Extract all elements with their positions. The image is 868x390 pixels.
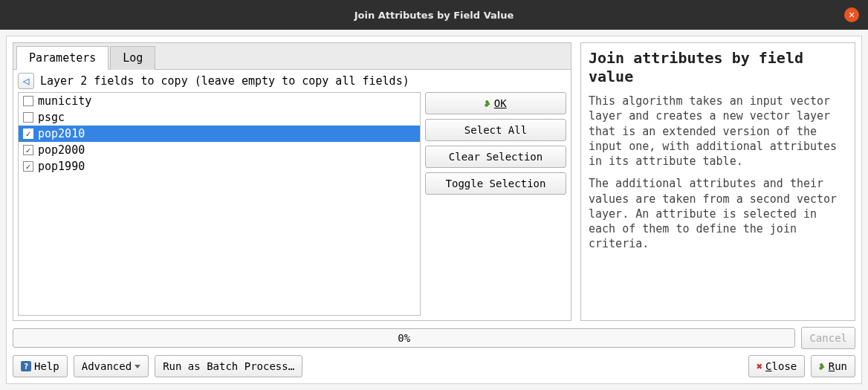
window-title: Join Attributes by Field Value [354,10,514,21]
close-button[interactable]: ✖ Close [748,355,806,377]
help-title: Join attributes by field value [589,49,847,86]
side-buttons: ❥ OK Select All Clear Selection Toggle S… [425,92,566,316]
batch-label: Run as Batch Process… [163,360,294,372]
clear-label: Clear Selection [449,151,542,163]
help-button[interactable]: ? Help [13,355,68,377]
close-icon: ✕ [848,10,855,20]
dialog-window: Join Attributes by Field Value ✕ Paramet… [0,0,868,390]
checkbox-icon[interactable] [23,96,33,106]
run-label-rest: un [835,360,847,372]
subheader: ◁ Layer 2 fields to copy (leave empty to… [13,70,571,92]
progress-text: 0% [398,332,410,344]
help-panel: Join attributes by field value This algo… [580,42,855,321]
ok-label: OK [494,97,507,109]
fields-label: Layer 2 fields to copy (leave empty to c… [40,74,409,88]
field-list[interactable]: municitypsgc✓pop2010✓pop2000✓pop1990 [18,92,421,316]
close-label-rest: lose [772,360,797,372]
select-all-button[interactable]: Select All [425,119,566,141]
bottom-row: ? Help Advanced Run as Batch Process… ✖ … [13,355,855,377]
run-button[interactable]: ❥ Run [811,355,855,377]
window-close-button[interactable]: ✕ [844,7,859,22]
help-icon: ? [21,361,31,371]
ok-icon: ❥ [484,97,492,109]
run-icon: ❥ [818,360,826,372]
help-paragraph-2: The additional attributes and their valu… [589,176,847,251]
triangle-left-icon: ◁ [22,74,29,88]
tab-parameters-label: Parameters [29,51,96,65]
select-all-label: Select All [464,124,527,136]
ok-button[interactable]: ❥ OK [425,92,566,114]
field-row[interactable]: ✓pop2000 [19,142,420,158]
cancel-label: Cancel [809,332,847,344]
advanced-label: Advanced [82,360,132,372]
progress-bar: 0% [13,328,795,348]
run-batch-button[interactable]: Run as Batch Process… [155,355,302,377]
field-row[interactable]: municity [19,93,420,109]
content-area: Parameters Log ◁ Layer 2 fields to copy … [6,36,862,384]
field-label: pop1990 [38,160,85,173]
checkbox-icon[interactable]: ✓ [23,129,33,139]
checkbox-icon[interactable]: ✓ [23,145,33,155]
tab-bar: Parameters Log [13,43,571,70]
clear-selection-button[interactable]: Clear Selection [425,146,566,168]
close-x-icon: ✖ [757,360,762,372]
progress-row: 0% Cancel [13,327,855,349]
chevron-down-icon [135,365,140,368]
field-label: pop2010 [38,127,85,140]
field-label: municity [38,94,91,108]
checkbox-icon[interactable] [23,112,33,123]
left-panel: Parameters Log ◁ Layer 2 fields to copy … [13,42,571,321]
tab-log[interactable]: Log [110,46,155,70]
params-body: municitypsgc✓pop2010✓pop2000✓pop1990 ❥ O… [13,92,571,320]
advanced-button[interactable]: Advanced [74,355,149,377]
help-paragraph-1: This algorithm takes an input vector lay… [589,94,847,169]
checkbox-icon[interactable]: ✓ [23,161,33,172]
title-bar: Join Attributes by Field Value ✕ [0,0,868,30]
field-row[interactable]: psgc [19,109,420,126]
cancel-button: Cancel [801,327,855,349]
tab-log-label: Log [123,51,143,65]
back-button[interactable]: ◁ [18,73,34,89]
top-row: Parameters Log ◁ Layer 2 fields to copy … [13,42,855,321]
toggle-selection-button[interactable]: Toggle Selection [425,172,566,195]
help-label: Help [34,360,59,372]
field-label: psgc [38,111,65,124]
field-row[interactable]: ✓pop2010 [19,126,420,142]
toggle-label: Toggle Selection [446,178,546,189]
tab-parameters[interactable]: Parameters [16,46,108,70]
field-label: pop2000 [38,143,85,157]
field-row[interactable]: ✓pop1990 [19,158,420,175]
